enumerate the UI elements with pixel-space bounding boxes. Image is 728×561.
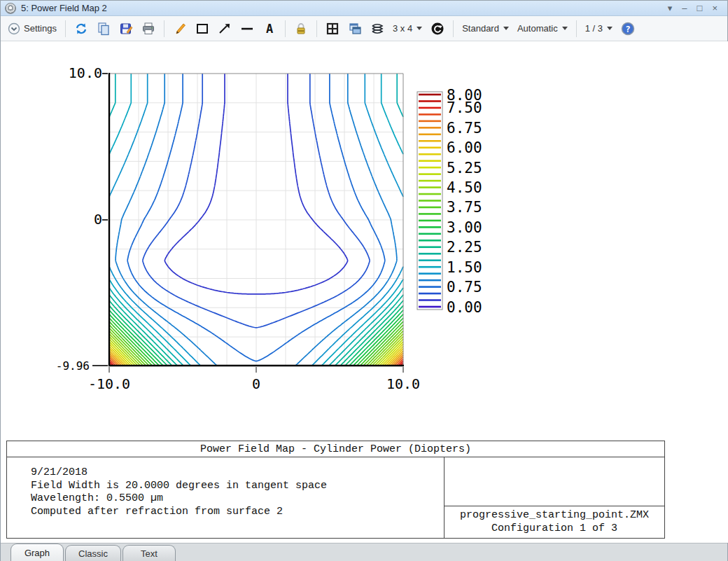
apply-to-all-button[interactable] bbox=[428, 20, 447, 37]
separator bbox=[316, 20, 317, 37]
title-bar: 5: Power Field Map 2 ▾ – □ × bbox=[1, 1, 727, 16]
scale-dropdown[interactable]: Automatic bbox=[515, 22, 570, 35]
legend-label: 0.00 bbox=[447, 299, 482, 316]
legend-label: 2.25 bbox=[447, 239, 482, 256]
tab-graph[interactable]: Graph bbox=[10, 543, 64, 561]
y-tick-label: 0 bbox=[94, 211, 102, 228]
overlay-series-button[interactable] bbox=[368, 20, 386, 37]
plot-date: 9/21/2018 bbox=[31, 466, 444, 480]
legend-label: 6.00 bbox=[447, 139, 482, 156]
help-button[interactable]: ? bbox=[619, 20, 637, 37]
svg-text:?: ? bbox=[625, 23, 631, 34]
rectangle-annotate-button[interactable] bbox=[193, 20, 211, 37]
text-annotate-button[interactable]: A bbox=[260, 20, 279, 37]
legend-label: 3.00 bbox=[447, 219, 482, 236]
tab-text[interactable]: Text bbox=[122, 545, 176, 561]
grid-layout-value: 3 x 4 bbox=[393, 23, 412, 34]
legend-label: 1.50 bbox=[447, 259, 482, 276]
chevron-down-icon bbox=[416, 27, 422, 30]
svg-text:A: A bbox=[266, 22, 273, 36]
field-width-note: Field Width is 20.0000 degrees in tangen… bbox=[31, 480, 444, 493]
refresh-button[interactable] bbox=[72, 20, 90, 37]
file-info-cell: progressive_starting_point.ZMX Configura… bbox=[444, 457, 664, 538]
copy-button[interactable] bbox=[94, 20, 113, 37]
apply-to-all-icon bbox=[430, 22, 444, 36]
copy-icon bbox=[97, 22, 111, 36]
plot-title: Power Field Map - Cylinder Power (Diopte… bbox=[7, 441, 664, 457]
window-menu-button[interactable]: ▾ bbox=[668, 4, 673, 13]
plot-area[interactable]: 10.00-9.96-10.0010.08.007.506.756.005.25… bbox=[1, 41, 728, 543]
plot-metadata: 9/21/2018 Field Width is 20.0000 degrees… bbox=[7, 457, 444, 538]
legend-label: 0.75 bbox=[447, 279, 482, 296]
cascade-windows-icon bbox=[348, 22, 362, 36]
save-button[interactable] bbox=[117, 20, 135, 37]
window-title: 5: Power Field Map 2 bbox=[21, 3, 107, 13]
contour-plot: 10.00-9.96-10.0010.08.007.506.756.005.25… bbox=[1, 41, 728, 434]
legend-label: 7.50 bbox=[447, 99, 482, 116]
configuration-page-value: 1 / 3 bbox=[585, 23, 603, 34]
arrow-icon bbox=[218, 22, 232, 36]
wavelength-note: Wavelength: 0.5500 µm bbox=[31, 492, 444, 506]
legend-label: 5.25 bbox=[447, 160, 482, 176]
chevron-down-icon bbox=[503, 27, 509, 30]
legend-label: 3.75 bbox=[447, 199, 482, 216]
tab-classic[interactable]: Classic bbox=[65, 545, 121, 561]
lens-file-name: progressive_starting_point.ZMX bbox=[460, 509, 649, 522]
pencil-annotate-button[interactable] bbox=[171, 20, 189, 37]
rectangle-icon bbox=[195, 22, 209, 36]
arrow-annotate-button[interactable] bbox=[216, 20, 234, 37]
cascade-windows-button[interactable] bbox=[346, 20, 364, 37]
print-button[interactable] bbox=[139, 20, 158, 37]
x-tick-label: -10.0 bbox=[88, 375, 130, 392]
legend-label: 4.50 bbox=[447, 179, 482, 196]
line-annotate-button[interactable] bbox=[238, 20, 256, 37]
style-dropdown[interactable]: Standard bbox=[460, 22, 511, 35]
configuration-label: Configuration 1 of 3 bbox=[491, 522, 617, 536]
line-icon bbox=[240, 22, 254, 36]
app-window: 5: Power Field Map 2 ▾ – □ × Settings bbox=[0, 0, 728, 561]
refresh-icon bbox=[74, 22, 88, 36]
separator bbox=[453, 20, 454, 37]
view-tab-bar: Graph Classic Text bbox=[1, 543, 727, 561]
overlay-series-icon bbox=[370, 22, 384, 36]
empty-cell bbox=[444, 457, 664, 506]
chevron-down-icon bbox=[562, 27, 568, 30]
settings-button[interactable]: Settings bbox=[5, 20, 59, 37]
split-panes-icon bbox=[326, 22, 340, 36]
separator bbox=[65, 20, 66, 37]
style-value: Standard bbox=[462, 23, 499, 34]
window-app-icon bbox=[5, 3, 16, 14]
configuration-page-dropdown[interactable]: 1 / 3 bbox=[583, 22, 615, 35]
separator bbox=[164, 20, 164, 37]
minimize-button[interactable]: – bbox=[682, 4, 687, 13]
plot-footer-table: Power Field Map - Cylinder Power (Diopte… bbox=[6, 441, 665, 539]
legend-label: 6.75 bbox=[447, 120, 482, 137]
grid-layout-dropdown[interactable]: 3 x 4 bbox=[391, 22, 424, 35]
close-button[interactable]: × bbox=[712, 4, 718, 13]
split-panes-button[interactable] bbox=[323, 20, 342, 37]
chevron-down-icon bbox=[607, 27, 612, 30]
y-tick-label: 10.0 bbox=[69, 64, 102, 81]
maximize-button[interactable]: □ bbox=[697, 4, 703, 13]
surface-note: Computed after refraction from surface 2 bbox=[31, 506, 444, 519]
lock-button[interactable] bbox=[292, 20, 310, 37]
scale-value: Automatic bbox=[517, 23, 558, 34]
print-icon bbox=[141, 22, 155, 36]
lock-icon bbox=[294, 22, 308, 36]
pencil-icon bbox=[173, 22, 187, 36]
x-tick-label: 0 bbox=[252, 375, 260, 392]
separator bbox=[285, 20, 286, 37]
x-tick-label: 10.0 bbox=[386, 375, 420, 392]
chevron-circle-icon bbox=[7, 22, 21, 36]
save-icon bbox=[119, 22, 133, 36]
help-icon: ? bbox=[621, 22, 635, 36]
text-icon: A bbox=[262, 22, 276, 36]
y-tick-label: -9.96 bbox=[56, 359, 90, 373]
separator bbox=[576, 20, 577, 37]
toolbar: Settings bbox=[1, 16, 727, 41]
settings-label: Settings bbox=[24, 23, 57, 34]
